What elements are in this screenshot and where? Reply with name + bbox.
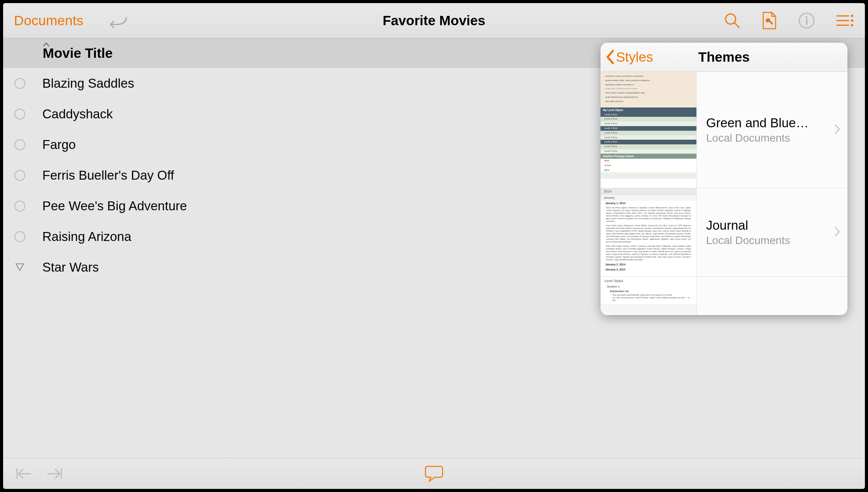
top-toolbar: Documents Favorite Movies xyxy=(3,3,578,38)
list-item[interactable]: Pee Wee's Big Adventure xyxy=(3,191,578,221)
list-item[interactable]: Ferris Bueller's Day Off xyxy=(3,160,578,191)
row-handle-icon[interactable] xyxy=(14,170,25,181)
page-title: Favorite Movies xyxy=(383,13,486,28)
row-handle-icon[interactable] xyxy=(14,78,25,89)
row-title: Pee Wee's Big Adventure xyxy=(42,199,187,213)
list-item[interactable]: Raising Arizona xyxy=(3,221,578,252)
row-handle-icon[interactable] xyxy=(14,231,25,242)
row-handle-icon[interactable] xyxy=(14,109,25,120)
row-title: Caddyshack xyxy=(42,107,113,121)
disclosure-triangle-icon[interactable] xyxy=(14,262,25,273)
row-handle-icon[interactable] xyxy=(14,139,25,150)
sort-caret-icon xyxy=(43,41,50,49)
row-handle-icon[interactable] xyxy=(14,201,25,211)
documents-button[interactable]: Documents xyxy=(14,13,83,28)
row-title: Raising Arizona xyxy=(42,229,131,244)
column-header-label: Movie Title xyxy=(43,45,113,61)
list-item[interactable]: Fargo xyxy=(3,129,578,160)
list-item[interactable]: Caddyshack xyxy=(3,99,578,129)
app-window: Documents Favorite Movies xyxy=(3,3,578,328)
undo-icon xyxy=(107,13,130,28)
row-title: Fargo xyxy=(42,137,76,152)
row-title: Star Wars xyxy=(42,260,99,275)
outline-list: Blazing Saddles Caddyshack Fargo Ferris … xyxy=(3,68,578,282)
undo-button[interactable] xyxy=(107,13,130,28)
column-header[interactable]: Movie Title xyxy=(3,38,578,68)
list-item[interactable]: Blazing Saddles xyxy=(3,68,578,99)
row-title: Blazing Saddles xyxy=(42,76,134,91)
row-title: Ferris Bueller's Day Off xyxy=(42,168,174,183)
list-item[interactable]: Star Wars xyxy=(3,252,578,282)
